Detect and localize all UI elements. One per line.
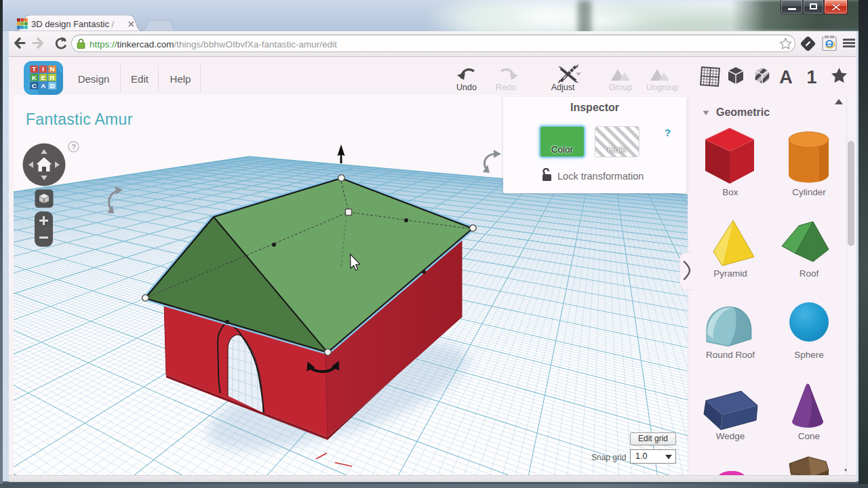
svg-text:Undo: Undo: [456, 83, 477, 92]
svg-text:A: A: [779, 67, 793, 87]
svg-text:D: D: [50, 82, 55, 89]
svg-text:I: I: [42, 66, 44, 73]
svg-text:N: N: [50, 66, 55, 73]
svg-text:?: ?: [71, 143, 75, 151]
svg-text:Group: Group: [609, 83, 633, 92]
svg-text:T: T: [32, 66, 36, 73]
svg-text:E: E: [41, 74, 45, 81]
svg-text:Redo: Redo: [496, 83, 516, 92]
svg-text:Adjust: Adjust: [551, 83, 575, 92]
svg-text:A: A: [41, 82, 45, 89]
svg-text:C: C: [32, 82, 37, 89]
svg-text:1: 1: [806, 67, 816, 87]
svg-text:K: K: [32, 74, 37, 81]
svg-text:Ungroup: Ungroup: [646, 83, 678, 92]
svg-text:R: R: [50, 74, 55, 81]
